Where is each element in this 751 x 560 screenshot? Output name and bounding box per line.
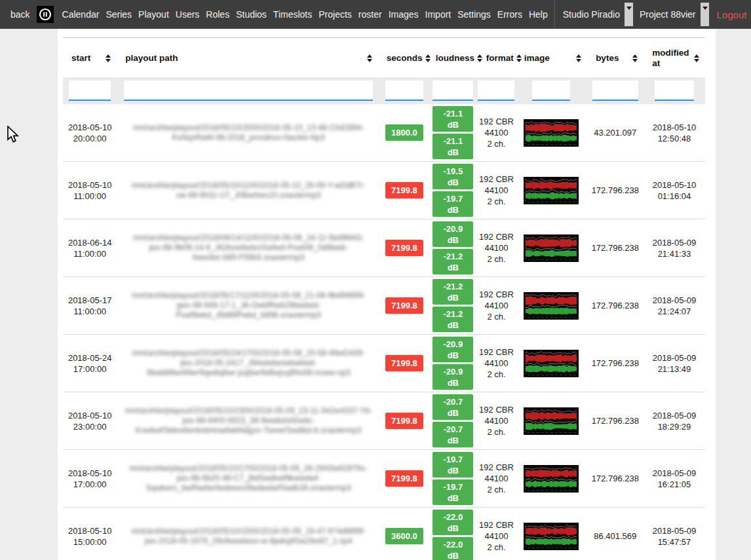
column-header-sec[interactable]: seconds — [378, 52, 427, 65]
filter-input-fmt[interactable] — [478, 81, 514, 101]
column-header-img[interactable]: image — [516, 52, 587, 65]
project-select-value: Project 88vier — [637, 9, 699, 20]
start-date: 2018-05-10 — [63, 179, 117, 191]
path-line: gws-98-949-17-1_J8-OwkfRwb29bwdwd- — [121, 301, 376, 310]
path-line: mnt/arohlw/playout/2018/05/10/1700/2018-… — [121, 464, 376, 474]
filter-input-start[interactable] — [69, 81, 111, 101]
seconds-badge: 7199.8 — [385, 413, 423, 429]
column-header-fmt[interactable]: format — [478, 52, 516, 65]
start-date: 2018-05-10 — [63, 410, 117, 421]
nav-item-import[interactable]: Import — [422, 9, 455, 20]
filter-input-bytes[interactable] — [592, 81, 638, 101]
cell-start: 2018-05-1011:00:00 — [63, 179, 117, 202]
waveform-thumbnail[interactable] — [524, 292, 579, 320]
nav-item-roles[interactable]: Roles — [202, 9, 233, 20]
loudness-badge: -19.7 dB — [433, 191, 473, 217]
format-line: 44100 — [478, 185, 515, 196]
nav-item-errors[interactable]: Errors — [494, 9, 526, 20]
cell-playout-path: mnt/arohlw/playout/2018/05/10/1100/2018-… — [117, 181, 380, 200]
filter-input-sec[interactable] — [385, 81, 423, 101]
nav-item-roster[interactable]: roster — [355, 9, 385, 20]
cell-image — [515, 344, 587, 383]
nav-item-help[interactable]: Help — [526, 9, 551, 20]
nav-item-studios[interactable]: Studios — [233, 9, 270, 20]
logout-link[interactable]: Logout — [711, 9, 751, 20]
filter-input-mod[interactable] — [655, 81, 694, 101]
waveform-thumbnail[interactable] — [524, 350, 579, 377]
modified-time: 21:13:49 — [644, 364, 705, 375]
modified-time: 01:16:04 — [644, 191, 705, 202]
waveform-thumbnail[interactable] — [524, 523, 579, 550]
cell-loudness: -21.1 dB-21.1 dB — [429, 104, 478, 161]
cell-modified-at: 2018-05-1001:16:04 — [644, 179, 705, 202]
seconds-badge: 7199.8 — [385, 470, 423, 487]
waveform-thumbnail[interactable] — [524, 465, 579, 493]
back-link[interactable]: back — [0, 9, 35, 20]
cell-loudness: -20.7 dB-20.7 dB — [429, 392, 478, 449]
nav-item-series[interactable]: Series — [102, 9, 135, 20]
project-select[interactable]: Project 88vier — [637, 3, 709, 26]
cell-bytes: 172.796.238 — [587, 185, 644, 196]
format-line: 2 ch. — [478, 426, 515, 438]
cell-loudness: -22.0 dB-22.0 dB — [429, 508, 478, 560]
start-time: 11:00:00 — [63, 248, 117, 259]
nav-divider — [554, 0, 555, 29]
cell-start: 2018-05-1017:00:00 — [63, 468, 117, 490]
start-time: 11:00:00 — [63, 191, 117, 202]
filter-cell-bytes — [587, 81, 644, 101]
start-time: 17:00:00 — [63, 479, 117, 490]
modified-date: 2018-05-09 — [644, 525, 705, 536]
sort-icon[interactable] — [694, 52, 699, 65]
nav-item-images[interactable]: Images — [385, 9, 422, 20]
column-header-start[interactable]: start — [63, 52, 117, 65]
waveform-thumbnail[interactable] — [524, 177, 579, 204]
column-header-mod[interactable]: modified at — [644, 48, 705, 69]
format-line: 2 ch. — [478, 311, 515, 322]
chevron-down-icon[interactable] — [701, 3, 709, 26]
studio-select[interactable]: Studio Piradio — [560, 3, 633, 26]
nav-item-playout[interactable]: Playout — [135, 9, 172, 20]
nav-item-timeslots[interactable]: Timeslots — [270, 9, 315, 20]
cell-start: 2018-05-1023:00:00 — [63, 410, 117, 432]
filter-cell-start — [63, 81, 117, 101]
path-line: 9bwb89wr89wr9qw8q8wr-jsq8wr9d8wjsq9Ns98-… — [121, 368, 376, 378]
nav-item-calendar[interactable]: Calendar — [59, 9, 103, 20]
loudness-badge: -21.2 dB — [433, 249, 473, 274]
table-row: 2018-05-1023:00:00mnt/arohlw/playout/201… — [63, 392, 705, 449]
nav-item-users[interactable]: Users — [172, 9, 203, 20]
loudness-badge: -20.7 dB — [433, 394, 473, 420]
start-date: 2018-05-10 — [63, 468, 117, 479]
filter-input-loud[interactable] — [433, 81, 473, 101]
sort-down-arrow — [106, 59, 111, 65]
path-line: sw-98-9h31-U7_J0Barbws20.snastermp3 — [121, 191, 376, 200]
column-header-loud[interactable]: loudness — [427, 52, 478, 65]
sort-icon[interactable] — [632, 52, 638, 65]
column-header-bytes[interactable]: bytes — [587, 52, 644, 65]
start-date: 2018-05-10 — [63, 122, 117, 133]
column-label: modified at — [652, 48, 691, 69]
cell-playout-path: mnt/arohlw/playout/2018/06/14/1100/2018-… — [117, 233, 380, 263]
sort-up-arrow — [632, 52, 638, 58]
nav-item-settings[interactable]: Settings — [454, 9, 494, 20]
sort-icon[interactable] — [106, 52, 111, 65]
piradio-logo-icon[interactable] — [37, 6, 54, 23]
column-header-path[interactable]: playout path — [117, 52, 378, 65]
filter-input-path[interactable] — [124, 81, 373, 101]
sort-icon[interactable] — [576, 52, 581, 65]
filter-input-img[interactable] — [532, 81, 570, 101]
table-row: 2018-05-1020:00:00mnt/arohlw/playout/201… — [63, 104, 705, 161]
waveform-thumbnail[interactable] — [524, 119, 579, 147]
loudness-badge: -19.5 dB — [433, 164, 473, 189]
sort-down-arrow — [694, 59, 699, 65]
table-row: 2018-05-1711:00:00mnt/arohlw/playout/201… — [63, 276, 705, 334]
waveform-thumbnail[interactable] — [524, 234, 579, 262]
modified-date: 2018-05-09 — [644, 352, 705, 364]
filter-cell-path — [117, 81, 380, 101]
waveform-thumbnail[interactable] — [524, 407, 579, 435]
nav-item-projects[interactable]: Projects — [315, 9, 355, 20]
modified-time: 21:41:33 — [644, 248, 705, 259]
cell-playout-path: mnt/arohlw/playout/2018/05/10/2000/2018-… — [117, 123, 380, 143]
cell-format: 192 CBR441002 ch. — [478, 462, 515, 495]
sort-icon[interactable] — [367, 52, 372, 65]
chevron-down-icon[interactable] — [625, 3, 633, 26]
